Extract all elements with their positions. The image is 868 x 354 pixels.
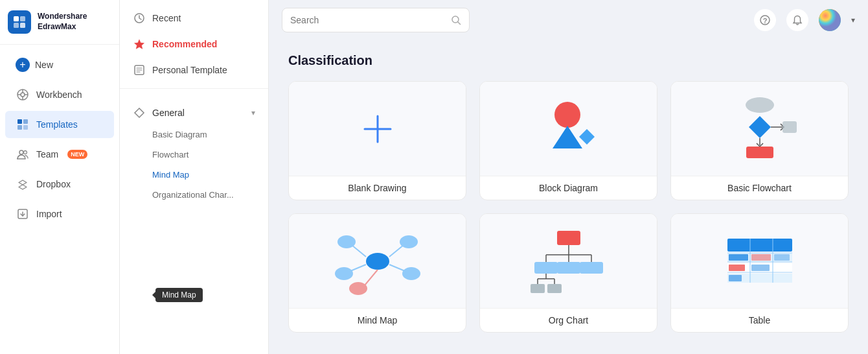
nav-item-workbench[interactable]: Workbench (5, 81, 114, 108)
card-label-flowchart: Basic Flowchart (671, 176, 848, 200)
card-basic-flowchart[interactable]: Basic Flowchart (670, 81, 849, 200)
mind-map-tooltip: Mind Map (155, 288, 203, 302)
card-label-table: Table (671, 308, 848, 332)
card-visual-orgchart (480, 214, 657, 308)
card-org-chart[interactable]: Org Chart (479, 213, 657, 333)
nav-item-team[interactable]: Team NEW (5, 141, 114, 168)
nav-item-templates[interactable]: Templates (5, 111, 114, 138)
svg-point-15 (24, 151, 27, 154)
svg-rect-13 (23, 125, 28, 130)
svg-point-5 (21, 93, 25, 97)
left-sidebar: Wondershare EdrawMax + New Workbench (0, 0, 120, 354)
svg-point-46 (402, 267, 420, 280)
card-mind-map[interactable]: Mind Map (288, 213, 466, 333)
svg-rect-57 (580, 262, 603, 274)
user-avatar[interactable] (819, 9, 841, 31)
team-new-badge: NEW (67, 150, 87, 159)
svg-rect-75 (729, 275, 742, 281)
card-blank-drawing[interactable]: Blank Drawing (288, 81, 466, 200)
menu-item-personal-template[interactable]: Personal Template (120, 57, 268, 83)
svg-point-31 (554, 102, 580, 128)
nav-items: + New Workbench (0, 45, 119, 354)
svg-rect-77 (751, 265, 770, 271)
team-icon (16, 147, 30, 161)
card-visual-mindmap (289, 214, 466, 308)
svg-line-41 (350, 265, 366, 271)
diamond-icon (133, 106, 146, 119)
svg-rect-2 (14, 23, 19, 28)
general-section: General ▾ Basic Diagram Flowchart Mind M… (120, 96, 268, 210)
svg-rect-62 (531, 284, 545, 293)
submenu-org-chart[interactable]: Organizational Char... (133, 185, 255, 205)
new-label: New (35, 60, 53, 70)
submenu-flowchart[interactable]: Flowchart (133, 145, 255, 165)
templates-label: Templates (36, 119, 78, 130)
nav-item-dropbox[interactable]: Dropbox (5, 171, 114, 198)
help-button[interactable]: ? (754, 9, 776, 31)
section-title: Classification (288, 53, 849, 68)
top-bar: ? (269, 0, 868, 40)
nav-item-new[interactable]: + New (5, 51, 114, 78)
logo-area: Wondershare EdrawMax (0, 0, 119, 45)
second-panel: Recent Recommended Personal Template (120, 0, 269, 354)
svg-line-45 (389, 265, 405, 271)
general-label: General (152, 108, 185, 118)
import-icon (16, 207, 30, 221)
notification-button[interactable] (786, 9, 808, 31)
clock-icon (133, 12, 146, 25)
svg-rect-3 (20, 23, 25, 28)
svg-rect-0 (14, 16, 19, 21)
svg-rect-49 (557, 231, 580, 245)
workbench-icon (16, 88, 30, 102)
svg-point-38 (366, 253, 389, 270)
search-bar[interactable] (282, 8, 470, 32)
nav-item-import[interactable]: Import (5, 200, 114, 228)
search-icon (451, 15, 461, 25)
svg-rect-63 (547, 284, 562, 293)
svg-rect-11 (23, 119, 28, 124)
card-visual-blank (289, 82, 466, 176)
templates-icon (16, 117, 30, 132)
menu-item-recommended[interactable]: Recommended (120, 31, 268, 57)
svg-rect-10 (17, 119, 22, 124)
dropbox-label: Dropbox (36, 179, 71, 189)
workbench-label: Workbench (36, 89, 82, 100)
card-label-mindmap: Mind Map (289, 308, 466, 332)
personal-template-label: Personal Template (152, 65, 227, 75)
search-input[interactable] (290, 15, 446, 25)
svg-rect-64 (727, 239, 792, 252)
card-block-diagram[interactable]: Block Diagram (479, 81, 657, 200)
card-visual-block (480, 82, 657, 176)
svg-point-42 (335, 267, 353, 280)
svg-text:?: ? (763, 17, 768, 25)
content-area: Classification Blank Drawing (269, 40, 868, 346)
svg-rect-73 (729, 254, 748, 261)
svg-rect-36 (746, 147, 773, 158)
dropbox-icon (16, 177, 30, 191)
recommended-label: Recommended (152, 39, 217, 49)
svg-rect-78 (774, 254, 790, 261)
svg-rect-1 (20, 16, 25, 21)
avatar-chevron[interactable]: ▾ (851, 16, 855, 25)
svg-line-25 (458, 22, 461, 25)
svg-point-48 (349, 282, 367, 295)
card-label-blank: Blank Drawing (289, 176, 466, 200)
svg-marker-19 (135, 40, 144, 49)
top-icons: ? (754, 9, 855, 31)
main-content: ? (269, 0, 868, 354)
svg-rect-12 (17, 125, 22, 130)
card-table[interactable]: Table (670, 213, 849, 333)
submenu-basic-diagram[interactable]: Basic Diagram (133, 124, 255, 145)
import-label: Import (36, 209, 62, 219)
svg-marker-32 (553, 126, 582, 148)
menu-item-recent[interactable]: Recent (120, 5, 268, 31)
submenu-mind-map[interactable]: Mind Map (133, 165, 255, 185)
card-label-orgchart: Org Chart (480, 308, 657, 332)
app-logo-icon (8, 10, 31, 34)
general-header[interactable]: General ▾ (133, 101, 255, 124)
svg-rect-74 (729, 265, 745, 271)
svg-line-47 (365, 270, 378, 285)
card-visual-table (671, 214, 848, 308)
svg-rect-55 (534, 262, 558, 274)
cards-grid: Blank Drawing Block Diagram (288, 81, 849, 333)
